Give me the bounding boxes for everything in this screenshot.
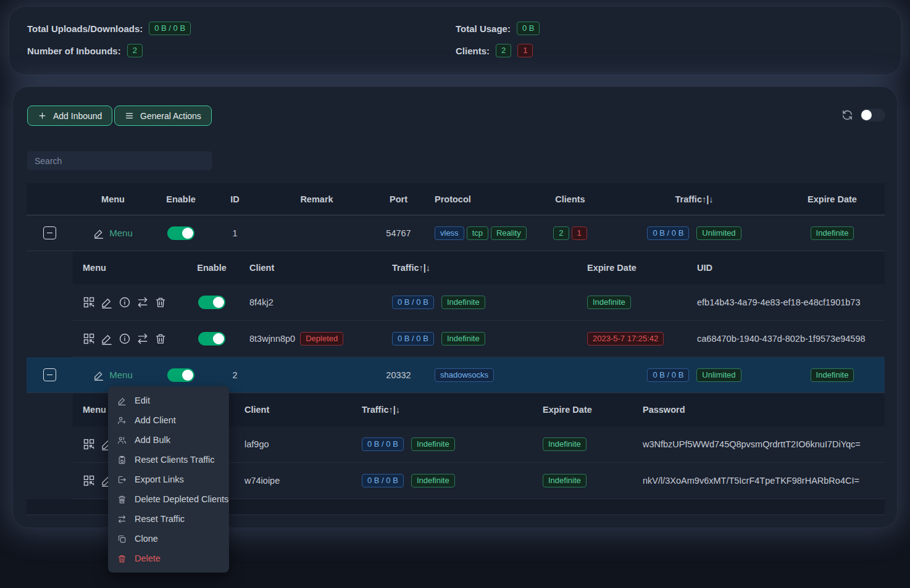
add-inbound-button[interactable]: Add Inbound bbox=[27, 106, 112, 126]
edit-icon[interactable] bbox=[101, 296, 113, 308]
row-menu-label: Menu bbox=[109, 370, 133, 380]
clients-table-inbound-1: Menu Enable Client Traffic↑|↓ Expire Dat… bbox=[73, 251, 885, 357]
client-name: 8t3wjnn8p0 bbox=[249, 334, 295, 344]
header-client-traffic[interactable]: Traffic↑|↓ bbox=[352, 405, 533, 415]
menu-item-label: Delete Depleted Clients bbox=[135, 494, 228, 504]
total-usage-label: Total Usage: bbox=[456, 23, 511, 34]
row-menu-trigger-open[interactable]: Menu bbox=[93, 370, 133, 381]
client-password: nkV/l/3XoAm9v6xMT/T5IcrF4TpeTKF98rHARbRo… bbox=[633, 476, 885, 486]
number-of-inbounds-value: 2 bbox=[127, 44, 143, 57]
plus-icon bbox=[38, 111, 47, 120]
inbound-port: 20332 bbox=[372, 370, 425, 380]
client-traffic-badge: 0 B / 0 B bbox=[362, 474, 404, 487]
collapse-row-button[interactable] bbox=[43, 226, 56, 239]
client-enable-toggle[interactable] bbox=[198, 296, 225, 309]
security-badge: Reality bbox=[491, 226, 527, 240]
inbound-id: 1 bbox=[209, 228, 261, 238]
menu-item-add-bulk[interactable]: Add Bulk bbox=[108, 430, 229, 450]
header-remark: Remark bbox=[261, 194, 372, 204]
menu-item-label: Export Links bbox=[135, 474, 184, 484]
clients-label: Clients: bbox=[456, 46, 490, 56]
qrcode-icon[interactable] bbox=[83, 296, 95, 308]
transport-badge: tcp bbox=[467, 226, 488, 240]
header-client-uid: UID bbox=[687, 263, 885, 273]
client-expire-badge: Indefinite bbox=[543, 474, 586, 487]
expire-badge: Indefinite bbox=[811, 368, 854, 382]
edit-icon bbox=[93, 370, 104, 381]
header-client-traffic[interactable]: Traffic↑|↓ bbox=[382, 263, 577, 273]
toggle-knob bbox=[213, 297, 224, 308]
info-icon[interactable] bbox=[119, 296, 131, 308]
edit-icon bbox=[93, 228, 104, 239]
total-usage-value: 0 B bbox=[517, 22, 540, 35]
expire-badge: Indefinite bbox=[811, 226, 854, 240]
client-name: w74ioipe bbox=[235, 476, 352, 486]
theme-toggle[interactable] bbox=[860, 109, 885, 122]
menu-item-export-links[interactable]: Export Links bbox=[108, 470, 229, 489]
trash-clock-icon bbox=[117, 495, 127, 504]
header-protocol: Protocol bbox=[425, 194, 532, 204]
qrcode-icon[interactable] bbox=[83, 474, 95, 487]
minus-icon bbox=[47, 233, 52, 234]
inbounds-table-header: Menu Enable ID Remark Port Protocol Clie… bbox=[27, 183, 885, 215]
qrcode-icon[interactable] bbox=[83, 438, 95, 450]
protocol-badge: shadowsocks bbox=[435, 368, 494, 382]
refresh-icon[interactable] bbox=[841, 109, 853, 121]
clients-active-badge: 2 bbox=[553, 226, 569, 240]
header-client-password: Password bbox=[633, 405, 885, 415]
client-expire-badge: 2023-5-7 17:25:42 bbox=[587, 332, 664, 346]
stats-grid: Total Uploads/Downloads: 0 B / 0 B Total… bbox=[27, 20, 883, 59]
client-traffic-badge: 0 B / 0 B bbox=[392, 332, 434, 346]
header-client-expire: Expire Date bbox=[533, 405, 633, 415]
client-enable-toggle[interactable] bbox=[198, 332, 225, 346]
header-client-enable: Enable bbox=[184, 263, 240, 273]
inbound-enable-toggle[interactable] bbox=[167, 368, 194, 382]
traffic-limit-badge: Unlimited bbox=[696, 368, 741, 382]
toggle-knob bbox=[182, 228, 193, 239]
row-menu-trigger[interactable]: Menu bbox=[93, 228, 133, 239]
qrcode-icon[interactable] bbox=[83, 333, 95, 345]
export-icon bbox=[117, 475, 127, 484]
collapse-row-button[interactable] bbox=[43, 368, 56, 381]
client-traffic-badge: 0 B / 0 B bbox=[362, 437, 404, 451]
inbound-id: 2 bbox=[209, 370, 261, 380]
client-traffic-limit-badge: Indefinite bbox=[411, 474, 455, 487]
search-input[interactable] bbox=[27, 151, 212, 170]
client-traffic-limit-badge: Indefinite bbox=[441, 296, 485, 309]
header-port: Port bbox=[372, 194, 425, 204]
reset-traffic-icon bbox=[117, 515, 127, 524]
general-actions-button[interactable]: General Actions bbox=[114, 106, 212, 126]
users-bulk-icon bbox=[117, 436, 127, 445]
delete-icon[interactable] bbox=[154, 296, 167, 308]
header-clients[interactable]: Clients bbox=[532, 194, 609, 204]
menu-item-clone[interactable]: Clone bbox=[108, 529, 229, 549]
client-traffic-limit-badge: Indefinite bbox=[441, 332, 485, 346]
delete-icon[interactable] bbox=[154, 333, 167, 345]
info-icon[interactable] bbox=[119, 333, 131, 345]
reset-traffic-icon[interactable] bbox=[136, 333, 149, 345]
client-expire-badge: Indefinite bbox=[543, 437, 586, 451]
inbound-enable-toggle[interactable] bbox=[167, 226, 194, 240]
header-client-menu: Menu bbox=[73, 263, 184, 273]
menu-item-reset-clients-traffic[interactable]: Reset Clients Traffic bbox=[108, 450, 229, 470]
clients-active-count: 2 bbox=[496, 44, 511, 57]
minus-icon bbox=[47, 375, 52, 376]
menu-item-delete[interactable]: Delete bbox=[108, 549, 229, 568]
reset-traffic-icon[interactable] bbox=[136, 296, 149, 308]
delete-icon bbox=[117, 554, 127, 563]
menu-item-reset-traffic[interactable]: Reset Traffic bbox=[108, 509, 229, 529]
header-client-expire: Expire Date bbox=[577, 263, 687, 273]
menu-item-delete-depleted-clients[interactable]: Delete Depleted Clients bbox=[108, 489, 229, 509]
traffic-badge: 0 B / 0 B bbox=[647, 226, 689, 240]
header-enable: Enable bbox=[153, 194, 209, 204]
header-traffic-sort[interactable]: Traffic↑|↓ bbox=[609, 194, 780, 204]
inbound-port: 54767 bbox=[372, 228, 425, 238]
header-expire-date: Expire Date bbox=[780, 194, 885, 204]
traffic-limit-badge: Unlimited bbox=[696, 226, 741, 240]
general-actions-label: General Actions bbox=[140, 111, 201, 121]
menu-item-add-client[interactable]: Add Client bbox=[108, 410, 229, 430]
header-menu: Menu bbox=[73, 194, 153, 204]
total-uploads-downloads-value: 0 B / 0 B bbox=[149, 22, 191, 35]
edit-icon[interactable] bbox=[101, 333, 113, 345]
menu-item-edit[interactable]: Edit bbox=[108, 391, 229, 410]
